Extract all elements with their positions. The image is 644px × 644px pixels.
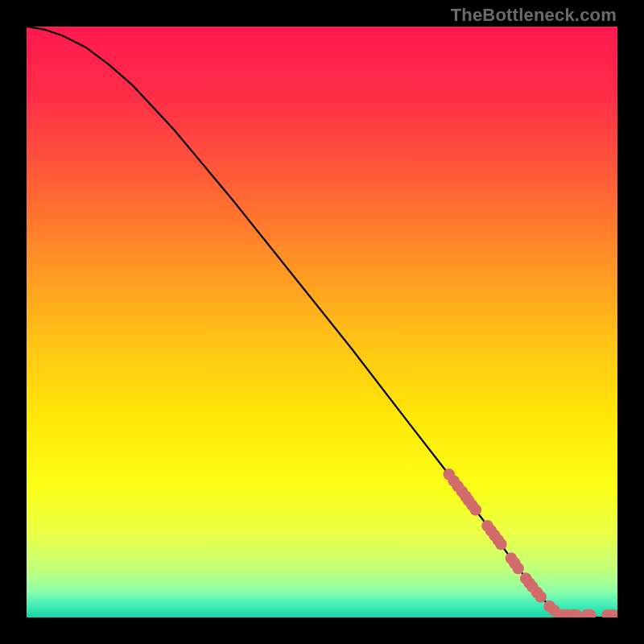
data-point: [495, 539, 507, 551]
data-point: [512, 563, 524, 575]
plot-area: [27, 27, 617, 617]
watermark-text: TheBottleneck.com: [451, 5, 617, 26]
chart-stage: TheBottleneck.com: [0, 0, 644, 644]
data-points: [444, 469, 617, 617]
data-point: [470, 504, 482, 516]
data-point: [535, 591, 547, 603]
bottleneck-curve: [27, 27, 617, 617]
curve-overlay: [27, 27, 617, 617]
